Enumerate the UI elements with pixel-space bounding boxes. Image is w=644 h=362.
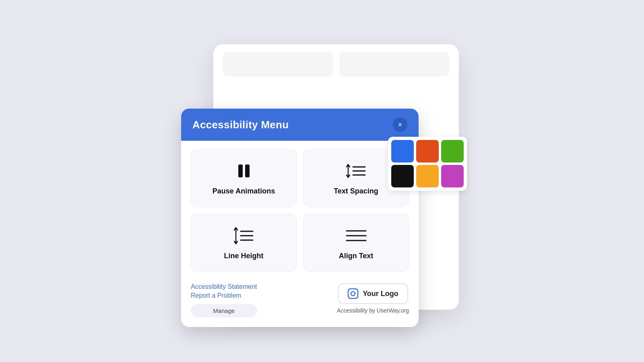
pause-animations-card[interactable]: Pause Animations — [191, 149, 297, 207]
color-swatch-black[interactable] — [391, 165, 414, 187]
line-height-card[interactable]: Line Height — [191, 214, 297, 272]
align-text-icon — [345, 226, 367, 245]
align-text-card[interactable]: Align Text — [303, 214, 409, 272]
modal-footer: Accessibility Statement Report a Problem… — [191, 282, 409, 317]
line-height-label: Line Height — [224, 252, 264, 260]
modal-header: Accessibility Menu × — [181, 109, 419, 141]
pause-animations-icon-area — [234, 160, 254, 181]
footer-right: Your Logo Accessibility by UserWay.org — [337, 283, 409, 314]
color-palette-panel — [388, 137, 467, 191]
accessibility-modal: Accessibility Menu × Pause Animations — [181, 109, 419, 327]
svg-rect-7 — [245, 165, 250, 177]
logo-icon — [347, 288, 359, 299]
modal-body: Pause Animations — [181, 141, 419, 327]
svg-point-20 — [351, 292, 355, 296]
color-swatch-orange-red[interactable] — [416, 140, 439, 162]
close-icon: × — [398, 121, 402, 129]
text-spacing-icon — [344, 161, 368, 181]
line-height-icon — [232, 225, 256, 246]
align-text-icon-area — [345, 225, 367, 246]
report-problem-link[interactable]: Report a Problem — [191, 292, 257, 299]
svg-rect-6 — [238, 165, 243, 177]
logo-box[interactable]: Your Logo — [338, 283, 408, 304]
modal-title: Accessibility Menu — [192, 119, 289, 131]
accessibility-statement-link[interactable]: Accessibility Statement — [191, 283, 257, 290]
logo-label: Your Logo — [363, 290, 398, 298]
close-button[interactable]: × — [393, 117, 407, 132]
color-swatch-orange[interactable] — [416, 165, 439, 187]
features-grid: Pause Animations — [191, 149, 409, 272]
preview-card-right — [339, 52, 449, 76]
color-swatch-green[interactable] — [441, 140, 464, 162]
accessibility-scene: Accessibility Menu × Pause Animations — [181, 44, 463, 318]
footer-left: Accessibility Statement Report a Problem… — [191, 283, 257, 317]
text-spacing-icon-area — [344, 160, 368, 181]
manage-button[interactable]: Manage — [191, 304, 257, 317]
color-swatch-blue[interactable] — [391, 140, 414, 162]
align-text-label: Align Text — [339, 252, 374, 260]
attribution-text: Accessibility by UserWay.org — [337, 307, 409, 314]
line-height-icon-area — [232, 225, 256, 246]
text-spacing-label: Text Spacing — [334, 187, 378, 195]
pause-animations-label: Pause Animations — [213, 187, 275, 195]
preview-card-left — [223, 52, 333, 76]
card-top-preview — [213, 44, 459, 76]
color-swatch-purple[interactable] — [441, 165, 464, 187]
pause-animations-icon — [234, 161, 254, 181]
svg-rect-19 — [348, 289, 358, 298]
